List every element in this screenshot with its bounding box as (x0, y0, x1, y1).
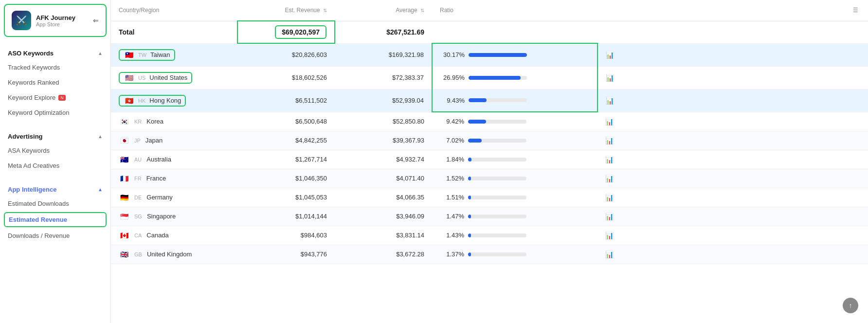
chart-icon[interactable]: 📊 (605, 251, 617, 258)
average-value: $4,071.40 (335, 169, 432, 188)
flag-gb: 🇬🇧 (119, 251, 129, 258)
estimated-revenue-label: Estimated Revenue (9, 216, 67, 223)
scroll-up-icon: ↑ (849, 302, 852, 309)
total-average-value: $267,521.69 (335, 21, 432, 43)
nav-section-app-intelligence: App Intelligence ▲ Estimated Downloads E… (0, 177, 110, 247)
ratio-bar (468, 177, 526, 180)
country-cell: 🇰🇷 KR Korea (111, 112, 237, 131)
total-label: Total (111, 21, 237, 43)
chart-icon[interactable]: 📊 (606, 97, 618, 105)
table-row: 🇯🇵 JP Japan $4,842,255 $39,367.93 7.02% (111, 131, 868, 150)
revenue-value: $6,500,648 (237, 112, 335, 131)
ratio-bar (469, 76, 527, 80)
average-value: $3,672.28 (335, 245, 432, 264)
app-intelligence-section-title: App Intelligence ▲ (0, 181, 110, 196)
app-name: AFK Journey (36, 14, 88, 21)
app-store: App Store (36, 21, 88, 27)
average-value: $4,932.74 (335, 150, 432, 169)
table-row: 🇫🇷 FR France $1,046,350 $4,071.40 1.52% (111, 169, 868, 188)
sidebar-item-keywords-ranked[interactable]: Keywords Ranked (0, 75, 110, 90)
keyword-explore-badge: N (58, 95, 66, 101)
ratio-bar (468, 233, 526, 237)
country-cell: 🇭🇰 HK Hong Kong (111, 89, 237, 112)
sidebar-item-estimated-downloads[interactable]: Estimated Downloads (0, 196, 110, 211)
app-icon: ⚔️ (12, 11, 31, 30)
table-row: 🇺🇸 US United States $18,602,526 $72,383.… (111, 66, 868, 89)
sidebar-item-keyword-explore[interactable]: Keyword Explore N (0, 90, 110, 105)
ratio-cell: 1.43% (432, 226, 597, 245)
country-cell: 🇦🇺 AU Australia (111, 150, 237, 169)
sidebar-item-asa-keywords[interactable]: ASA Keywords (0, 143, 110, 158)
flag-ca: 🇨🇦 (119, 232, 129, 239)
flag-de: 🇩🇪 (119, 194, 129, 201)
col-header-ratio: Ratio (432, 0, 597, 21)
ratio-cell: 7.02% (432, 131, 597, 150)
table-row: 🇬🇧 GB United Kingdom $943,776 $3,672.28 … (111, 245, 868, 264)
country-cell: 🇩🇪 DE Germany (111, 188, 237, 207)
chart-icon[interactable]: 📊 (606, 51, 618, 59)
col-header-menu[interactable]: ☰ (597, 0, 868, 21)
flag-kr: 🇰🇷 (119, 118, 129, 126)
keyword-explore-label: Keyword Explore (8, 94, 55, 101)
downloads-revenue-label: Downloads / Revenue (8, 232, 70, 239)
chart-icon[interactable]: 📊 (605, 175, 617, 182)
revenue-value: $4,842,255 (237, 131, 335, 150)
chart-icon[interactable]: 📊 (605, 137, 617, 144)
revenue-value: $984,603 (237, 226, 335, 245)
country-name: Singapore (147, 213, 176, 220)
sidebar-item-keyword-optimization[interactable]: Keyword Optimization (0, 105, 110, 120)
aso-chevron-icon: ▲ (98, 51, 103, 56)
ratio-bar (468, 120, 526, 124)
country-name: United States (149, 74, 187, 81)
revenue-value: $1,014,144 (237, 207, 335, 226)
country-cell: 🇹🇼 TW Taiwan (111, 43, 237, 66)
flag-tw: 🇹🇼 (124, 51, 134, 59)
nav-section-advertising: Advertising ▲ ASA Keywords Meta Ad Creat… (0, 124, 110, 177)
back-icon[interactable]: ⇐ (93, 17, 99, 24)
sidebar-item-tracked-keywords[interactable]: Tracked Keywords (0, 60, 110, 75)
chart-icon[interactable]: 📊 (605, 156, 617, 163)
revenue-value: $6,511,502 (237, 89, 335, 112)
country-cell: 🇫🇷 FR France (111, 169, 237, 188)
chart-icon[interactable]: 📊 (606, 74, 618, 82)
average-value: $169,321.98 (335, 43, 432, 66)
table-row: 🇸🇬 SG Singapore $1,014,144 $3,946.09 1.4… (111, 207, 868, 226)
average-value: $3,831.14 (335, 226, 432, 245)
country-name: Australia (146, 156, 171, 163)
country-cell: 🇯🇵 JP Japan (111, 131, 237, 150)
ratio-bar (468, 139, 526, 143)
revenue-value: $943,776 (237, 245, 335, 264)
sidebar-item-downloads-revenue[interactable]: Downloads / Revenue (0, 228, 110, 243)
ratio-cell: 1.47% (432, 207, 597, 226)
table-row: 🇹🇼 TW Taiwan $20,826,603 $169,321.98 30.… (111, 43, 868, 66)
chart-icon[interactable]: 📊 (605, 232, 617, 239)
country-name: Germany (146, 194, 172, 201)
average-value: $52,850.80 (335, 112, 432, 131)
col-header-revenue[interactable]: Est. Revenue ⇅ (237, 0, 335, 21)
revenue-table: Country/Region Est. Revenue ⇅ Average ⇅ … (111, 0, 868, 264)
chart-icon[interactable]: 📊 (605, 118, 617, 126)
ratio-bar (468, 196, 526, 199)
flag-sg: 🇸🇬 (119, 213, 129, 220)
sidebar-item-meta-ad-creatives[interactable]: Meta Ad Creatives (0, 158, 110, 173)
ratio-cell: 26.95% (432, 66, 597, 89)
flag-hk: 🇭🇰 (124, 97, 134, 105)
scroll-to-top-button[interactable]: ↑ (843, 298, 858, 313)
chart-icon[interactable]: 📊 (605, 194, 617, 201)
ratio-cell: 30.17% (432, 43, 597, 66)
country-cell: 🇺🇸 US United States (111, 66, 237, 89)
chart-icon[interactable]: 📊 (605, 213, 617, 220)
flag-jp: 🇯🇵 (119, 137, 129, 144)
total-revenue-value: $69,020,597 (237, 21, 335, 43)
app-header[interactable]: ⚔️ AFK Journey App Store ⇐ (4, 4, 107, 37)
col-header-average[interactable]: Average ⇅ (335, 0, 432, 21)
country-cell: 🇨🇦 CA Canada (111, 226, 237, 245)
sidebar: ⚔️ AFK Journey App Store ⇐ ASO Keywords … (0, 0, 111, 323)
tracked-keywords-label: Tracked Keywords (8, 64, 60, 71)
advertising-section-title: Advertising ▲ (0, 128, 110, 143)
ratio-cell: 9.43% (432, 89, 597, 112)
sidebar-item-estimated-revenue[interactable]: Estimated Revenue (4, 212, 107, 227)
revenue-value: $1,045,053 (237, 188, 335, 207)
keywords-ranked-label: Keywords Ranked (8, 79, 59, 86)
country-name: Hong Kong (149, 97, 181, 104)
